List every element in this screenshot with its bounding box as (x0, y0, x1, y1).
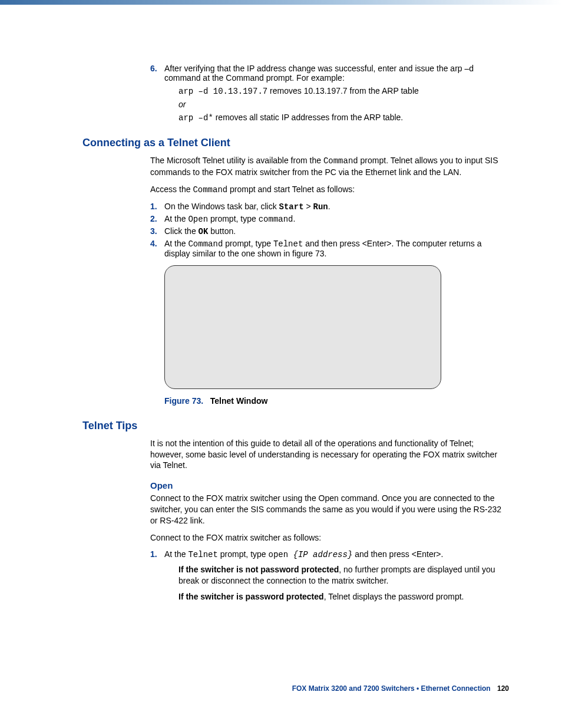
subsection-heading-open: Open (150, 480, 509, 490)
command-text: OK (199, 227, 209, 236)
page-footer: FOX Matrix 3200 and 7200 Switchers • Eth… (292, 684, 509, 693)
list-number: 3. (150, 226, 164, 236)
text-run: At the (164, 214, 188, 223)
paragraph: The Microsoft Telnet utility is availabl… (150, 155, 509, 178)
text-run: > (304, 202, 313, 211)
figure-title: Telnet Window (210, 396, 268, 406)
command-text: Command (193, 185, 227, 195)
paragraph: Connect to the FOX matrix switcher as fo… (150, 532, 509, 543)
command-text: Command (323, 156, 358, 166)
text-run: On the Windows task bar, click (164, 202, 279, 211)
list-item: 1. On the Windows task bar, click Start … (150, 202, 509, 212)
note-bold: If the switcher is password protected (178, 592, 324, 601)
section-heading-telnet-client: Connecting as a Telnet Client (82, 137, 509, 149)
paragraph: Access the Command prompt and start Teln… (150, 184, 509, 196)
command-text: Command (188, 239, 223, 249)
text-run: The Microsoft Telnet utility is availabl… (150, 156, 323, 165)
text-run: . (293, 214, 295, 223)
example-desc: removes all static IP addresses from the… (213, 113, 403, 122)
text-run: prompt, type (223, 239, 273, 248)
text-run: Access the (150, 185, 193, 194)
example-line: arp –d* removes all static IP addresses … (178, 113, 509, 123)
command-text: Run (313, 202, 328, 212)
text-run: At the (164, 239, 188, 248)
text-run: and then press <Enter>. (352, 549, 443, 559)
list-item: 2. At the Open prompt, type command. (150, 214, 509, 224)
command-text: Telnet (273, 239, 303, 249)
list-number: 1. (150, 202, 164, 212)
text-run: Click the (164, 226, 199, 236)
note-text: , Telnet displays the password prompt. (324, 592, 464, 601)
list-number: 4. (150, 239, 164, 258)
command-text: arp –d* (178, 113, 213, 123)
example-line: arp –d 10.13.197.7 removes 10.13.197.7 f… (178, 86, 509, 96)
example-desc: removes 10.13.197.7 from the ARP table (267, 86, 419, 95)
or-text: or (178, 100, 509, 109)
paragraph: Connect to the FOX matrix switcher using… (150, 493, 509, 526)
list-number: 2. (150, 214, 164, 224)
header-gradient-bar (0, 0, 562, 5)
figure-73-placeholder (164, 265, 441, 389)
command-text: Start (279, 202, 304, 212)
list-item: 6. After verifying that the IP address c… (150, 64, 509, 123)
section-heading-telnet-tips: Telnet Tips (82, 420, 509, 432)
figure-label: Figure 73. (164, 396, 203, 406)
list-body: At the Telnet prompt, type open {IP addr… (164, 549, 509, 602)
list-number: 6. (150, 64, 164, 123)
text-run: At the (164, 549, 188, 559)
footer-page-number: 120 (497, 684, 509, 693)
list-item: 1. At the Telnet prompt, type open {IP a… (150, 549, 509, 602)
command-text: command (259, 215, 293, 224)
page-content: 6. After verifying that the IP address c… (0, 5, 562, 602)
command-text: Open (188, 215, 208, 224)
telnet-tips-block: It is not the intention of this guide to… (150, 438, 509, 602)
list-item: 3. Click the OK button. (150, 226, 509, 236)
command-placeholder: {IP address} (293, 550, 353, 559)
list-item: 4. At the Command prompt, type Telnet an… (150, 239, 509, 258)
figure-caption: Figure 73. Telnet Window (164, 396, 509, 406)
note-block: If the switcher is not password protecte… (178, 564, 509, 587)
text-run: . (328, 202, 330, 211)
list-body: On the Windows task bar, click Start > R… (164, 202, 509, 212)
command-text: arp –d 10.13.197.7 (178, 87, 267, 96)
command-text: Telnet (188, 550, 217, 559)
text-run: prompt, type (218, 549, 269, 559)
list-body: Click the OK button. (164, 226, 509, 236)
note-block: If the switcher is password protected, T… (178, 591, 509, 602)
step-text: After verifying that the IP address chan… (164, 64, 474, 83)
text-run: button. (208, 226, 236, 236)
paragraph: It is not the intention of this guide to… (150, 438, 509, 472)
step-6-block: 6. After verifying that the IP address c… (150, 64, 509, 123)
text-run: prompt, type (208, 214, 259, 223)
list-body: At the Command prompt, type Telnet and t… (164, 239, 509, 258)
note-bold: If the switcher is not password protecte… (178, 565, 339, 574)
list-body: At the Open prompt, type command. (164, 214, 509, 224)
command-text: open (268, 550, 293, 559)
list-number: 1. (150, 549, 164, 602)
telnet-client-block: The Microsoft Telnet utility is availabl… (150, 155, 509, 406)
text-run: prompt and start Telnet as follows: (227, 185, 355, 194)
list-body: After verifying that the IP address chan… (164, 64, 509, 123)
footer-title: FOX Matrix 3200 and 7200 Switchers • Eth… (292, 684, 491, 693)
